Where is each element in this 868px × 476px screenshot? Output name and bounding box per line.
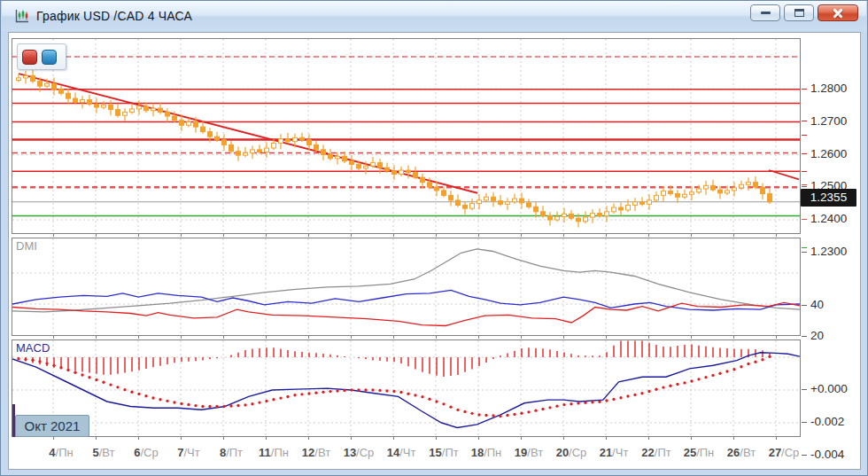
macd-canvas <box>12 340 800 436</box>
level-tick <box>802 121 807 121</box>
bottom-tick <box>308 336 309 339</box>
dmi-canvas <box>12 238 800 335</box>
bottom-tick <box>53 336 54 339</box>
dmi-axis-label: 40 <box>810 297 824 313</box>
bottom-tick <box>138 336 139 339</box>
date-label: 5/Вт <box>92 446 114 459</box>
macd-label: MACD <box>16 341 50 355</box>
bottom-tick <box>393 437 394 440</box>
macd-axis-label: +0.000 <box>810 381 848 397</box>
bottom-tick <box>521 336 522 339</box>
date-label: 19/Вт <box>515 446 543 459</box>
bottom-tick <box>266 234 267 237</box>
bottom-tick <box>308 234 309 237</box>
bottom-tick <box>648 234 649 237</box>
title-bar[interactable]: График USD /CAD 4 ЧАСА <box>2 1 866 31</box>
bottom-tick <box>393 336 394 339</box>
bottom-tick <box>733 234 734 237</box>
price-chart-canvas <box>12 39 800 233</box>
price-tick <box>802 252 807 253</box>
month-label: Окт 2021 <box>15 415 89 437</box>
bottom-tick <box>223 336 224 339</box>
bottom-tick <box>266 437 267 440</box>
bottom-tick <box>223 437 224 440</box>
bottom-tick <box>53 234 54 237</box>
bottom-tick <box>181 336 182 339</box>
bottom-tick <box>478 437 479 440</box>
date-label: 12/Вт <box>302 446 330 459</box>
price-axis-label: 1.2400 <box>810 211 847 227</box>
bottom-tick <box>521 437 522 440</box>
bottom-tick <box>648 336 649 339</box>
bottom-tick <box>606 336 607 339</box>
level-tick <box>802 89 807 90</box>
date-label: 21/Чт <box>600 446 629 459</box>
minimize-button[interactable] <box>750 4 780 21</box>
price-axis-label: 1.2800 <box>810 81 847 97</box>
dmi-label: DMI <box>16 239 37 253</box>
dmi-panel[interactable]: DMI <box>12 238 801 336</box>
close-icon <box>832 7 844 20</box>
level-tick <box>802 219 807 220</box>
price-chart-panel[interactable] <box>12 38 801 234</box>
level-tick <box>802 153 807 154</box>
candlestick-chart-icon <box>13 8 30 25</box>
window-controls <box>750 4 858 21</box>
chart-toolbar <box>17 43 66 70</box>
bottom-tick <box>733 437 734 440</box>
bottom-tick <box>436 336 437 339</box>
date-label: 8/Пт <box>220 446 243 459</box>
bottom-tick <box>96 437 97 440</box>
date-label: 18/Пн <box>471 446 502 459</box>
bottom-tick <box>563 437 564 440</box>
bottom-tick <box>96 234 97 237</box>
macd-tick <box>802 455 807 456</box>
bottom-tick <box>181 437 182 440</box>
date-label: 6/Ср <box>134 446 158 459</box>
date-label: 4/Пн <box>49 446 73 459</box>
level-tick <box>802 171 807 172</box>
bottom-tick <box>308 437 309 440</box>
dmi-tick <box>802 305 807 306</box>
macd-panel[interactable]: MACD <box>12 339 801 437</box>
bottom-tick <box>138 234 139 237</box>
bottom-tick <box>96 336 97 339</box>
level-tick <box>802 135 807 136</box>
red-square-button[interactable] <box>22 50 37 65</box>
bottom-tick <box>53 437 54 440</box>
bottom-tick <box>478 234 479 237</box>
bottom-tick <box>138 437 139 440</box>
price-axis-label: 1.2600 <box>810 146 847 162</box>
dmi-axis-label: 20 <box>810 328 824 344</box>
maximize-icon <box>794 9 804 17</box>
bottom-tick <box>606 437 607 440</box>
bottom-tick <box>181 234 182 237</box>
bottom-tick <box>733 336 734 339</box>
price-tick <box>802 186 807 187</box>
dmi-tick <box>802 336 807 337</box>
bottom-tick <box>266 336 267 339</box>
bottom-tick <box>606 234 607 237</box>
date-label: 13/Ср <box>344 446 375 459</box>
bottom-tick <box>563 234 564 237</box>
bottom-tick <box>691 234 692 237</box>
bottom-tick <box>393 234 394 237</box>
bottom-tick <box>648 437 649 440</box>
bottom-tick <box>223 234 224 237</box>
date-label: 7/Чт <box>177 446 199 459</box>
macd-tick <box>802 422 807 423</box>
bottom-tick <box>521 234 522 237</box>
macd-tick <box>802 389 807 390</box>
date-label: 14/Чт <box>387 446 416 459</box>
bottom-tick <box>351 234 352 237</box>
date-label: 25/Пн <box>684 446 715 459</box>
bottom-tick <box>776 234 777 237</box>
bottom-tick <box>776 336 777 339</box>
bottom-tick <box>351 437 352 440</box>
bottom-tick <box>563 336 564 339</box>
date-label: 11/Пн <box>259 446 289 459</box>
maximize-button[interactable] <box>784 4 814 21</box>
bottom-tick <box>776 437 777 440</box>
blue-square-button[interactable] <box>42 50 57 65</box>
close-button[interactable] <box>818 4 858 21</box>
